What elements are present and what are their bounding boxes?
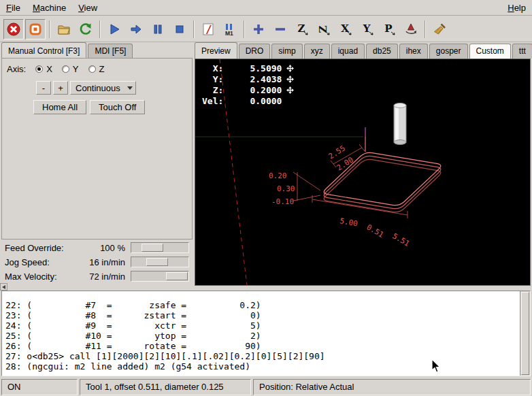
svg-text:P: P — [384, 22, 392, 35]
dim-x-max: 5.51 — [391, 231, 411, 248]
tab-mdi[interactable]: MDI [F5] — [88, 44, 133, 59]
tab-custom[interactable]: Custom — [469, 44, 511, 59]
tab-manual-control[interactable]: Manual Control [F3] — [1, 42, 86, 59]
tab-iquad[interactable]: iquad — [331, 44, 365, 59]
axis-label: Axis: — [7, 64, 26, 74]
tab-dro[interactable]: DRO — [239, 44, 271, 59]
jog-minus-button[interactable]: - — [36, 81, 51, 95]
pause-icon — [150, 22, 165, 37]
slider-handle[interactable] — [166, 272, 188, 280]
svg-text:/: / — [205, 23, 212, 36]
preview-canvas[interactable]: 2.55 2.00 0.20 0.30 -0.10 5.00 0.51 5.51… — [195, 59, 531, 286]
tab-ttt[interactable]: ttt — [512, 44, 532, 59]
dim-y-end: 2.00 — [335, 155, 355, 172]
gcode-listing[interactable]: 22: ( #7 = zsafe = 0.2) 23: ( #8 = zstar… — [1, 291, 531, 376]
vertical-scrollbar[interactable] — [520, 291, 530, 376]
dro-z-row: Z: 0.2000 — [202, 84, 294, 95]
radio-circle-icon — [35, 65, 43, 73]
view-z-rotated-button[interactable]: Z — [314, 19, 334, 39]
arrow-left-icon — [2, 285, 5, 289]
dimension-lines — [293, 144, 408, 218]
view-z-rotated-icon: Z — [316, 22, 331, 37]
view-x-button[interactable]: X — [335, 19, 356, 39]
slider-handle[interactable] — [146, 258, 168, 266]
menu-machine[interactable]: Machine — [27, 1, 72, 15]
toolbar: / M1 Z Z X — [0, 16, 532, 42]
menu-help[interactable]: Help — [501, 1, 532, 15]
step-arrow-icon — [129, 22, 144, 37]
menu-view[interactable]: View — [72, 1, 103, 15]
dim-x-min: 0.51 — [365, 222, 385, 240]
radio-circle-icon — [88, 65, 96, 73]
machine-power-button[interactable] — [25, 19, 46, 39]
feed-override-row: Feed Override: 100 % — [1, 241, 193, 255]
clear-plot-button[interactable] — [429, 19, 450, 39]
axis-x-radio[interactable]: X — [35, 64, 52, 74]
gcode-line: 22: ( #7 = zsafe = 0.2) — [5, 300, 518, 310]
axis-y-radio[interactable]: Y — [62, 64, 79, 74]
tool-cylinder — [394, 103, 406, 145]
dro-vel-value: Vel: 0.0000 — [202, 96, 282, 106]
home-controls: Home All Touch Off — [33, 100, 148, 114]
view-y-button[interactable]: Y — [357, 19, 378, 39]
dim-z-max: 0.20 — [269, 171, 287, 180]
jog-plus-button[interactable]: + — [53, 81, 68, 95]
homed-icon — [286, 76, 294, 83]
zoom-in-button[interactable] — [248, 19, 269, 39]
gcode-line: 26: ( #11 = rotate = 90) — [5, 341, 518, 351]
skip-lines-button[interactable]: / — [198, 19, 218, 39]
svg-text:Y: Y — [363, 22, 371, 35]
rotate-view-button[interactable] — [401, 19, 421, 39]
toolbar-separator — [425, 20, 426, 38]
svg-text:X: X — [341, 22, 349, 35]
skip-lines-slash-icon: / — [201, 22, 216, 37]
power-icon — [28, 22, 43, 37]
reload-button[interactable] — [76, 19, 96, 39]
tab-db25[interactable]: db25 — [366, 44, 398, 59]
view-perspective-icon: P — [382, 22, 397, 37]
feed-override-label: Feed Override: — [5, 243, 64, 253]
axis-z-radio[interactable]: Z — [88, 64, 105, 74]
home-all-button[interactable]: Home All — [33, 100, 86, 114]
estop-button[interactable] — [3, 19, 24, 39]
pause-button[interactable] — [148, 19, 168, 39]
svg-text:Z: Z — [317, 25, 329, 33]
gcode-line: 24: ( #9 = xctr = 5) — [5, 320, 518, 331]
slider-handle[interactable] — [142, 244, 163, 252]
tab-gosper[interactable]: gosper — [429, 44, 468, 59]
menu-file[interactable]: File — [0, 1, 27, 15]
open-file-button[interactable] — [54, 19, 74, 39]
jog-mode-select[interactable]: Continuous — [70, 81, 136, 95]
optional-pause-button[interactable]: M1 — [220, 19, 240, 39]
step-button[interactable] — [126, 19, 146, 39]
machine-state-status: ON — [1, 379, 78, 395]
dro-vel-row: Vel: 0.0000 — [202, 95, 294, 106]
manual-control-panel: Axis: X Y Z - + Continuous Home All Touc… — [1, 58, 193, 240]
tab-preview[interactable]: Preview — [195, 42, 237, 59]
tab-ihex[interactable]: ihex — [399, 44, 428, 59]
radio-circle-icon — [62, 65, 69, 73]
view-z-icon: Z — [295, 22, 310, 37]
feed-override-slider[interactable] — [131, 242, 189, 253]
tab-simp[interactable]: simp — [271, 44, 302, 59]
dim-z-min: -0.10 — [271, 197, 294, 206]
gcode-line: 23: ( #8 = zstart = 0) — [5, 310, 518, 320]
view-z-button[interactable]: Z — [292, 19, 312, 39]
view-y-icon: Y — [360, 22, 375, 37]
dro-x-row: X: 5.5090 — [202, 63, 294, 73]
jog-speed-value: 16 in/min — [63, 257, 125, 267]
stop-button[interactable] — [169, 19, 190, 39]
zoom-out-button[interactable] — [270, 19, 290, 39]
run-button[interactable] — [104, 19, 124, 39]
scrollbar-thumb[interactable] — [521, 292, 529, 375]
scroll-left-button[interactable] — [0, 283, 7, 291]
axis-y-label: Y — [73, 64, 79, 74]
jog-speed-slider[interactable] — [131, 257, 189, 267]
touch-off-button[interactable]: Touch Off — [90, 100, 145, 114]
max-velocity-slider[interactable] — [131, 271, 189, 282]
view-perspective-button[interactable]: P — [379, 19, 399, 39]
axis-z-label: Z — [99, 64, 105, 74]
dro-x-value: X: 5.5090 — [202, 63, 282, 73]
override-sliders: Feed Override: 100 % Jog Speed: 16 in/mi… — [1, 241, 193, 286]
tab-xyz[interactable]: xyz — [304, 44, 330, 59]
